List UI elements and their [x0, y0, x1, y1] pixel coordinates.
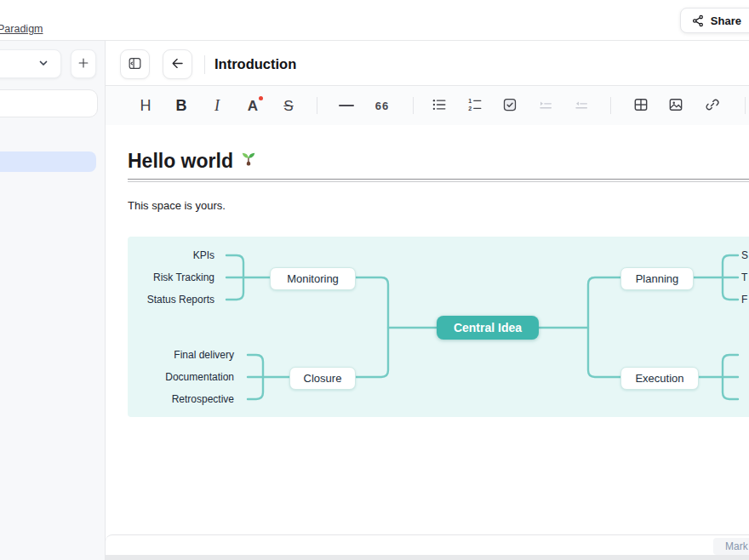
new-doc-button[interactable]	[71, 49, 96, 78]
toolbar-divider	[317, 97, 317, 114]
doc-title: Introduction	[214, 56, 296, 72]
sidebar	[0, 41, 106, 560]
numbered-list-icon: 1 2	[466, 96, 483, 116]
bold-icon: B	[176, 98, 187, 113]
strikethrough-icon: S	[283, 99, 293, 113]
toolbar-divider	[610, 97, 611, 114]
mindmap-block[interactable]: Monitoring Closure Central Idea Planning…	[128, 237, 749, 417]
quick-search-input[interactable]	[0, 89, 98, 117]
mindmap-node-closure[interactable]: Closure	[289, 367, 356, 390]
outdent-icon	[573, 96, 590, 116]
image-button[interactable]	[662, 92, 689, 119]
horizontal-rule-icon	[339, 105, 354, 106]
share-label: Share	[711, 14, 741, 27]
checkbox-checked-icon	[501, 96, 518, 116]
back-button[interactable]	[163, 49, 192, 79]
arrow-left-icon	[169, 55, 186, 74]
text-color-icon: A	[248, 99, 258, 113]
divider-block[interactable]	[128, 179, 749, 182]
table-icon	[632, 96, 649, 116]
mindmap-node-execution[interactable]: Execution	[620, 367, 699, 390]
page-title-text: Hello world	[128, 150, 233, 173]
strikethrough-button[interactable]: S	[275, 92, 302, 119]
toolbar-divider	[745, 97, 746, 114]
mindmap-leaf[interactable]: Retrospective	[172, 392, 234, 406]
mindmap-leaf[interactable]: S	[741, 249, 748, 262]
indent-button[interactable]	[532, 92, 559, 119]
bottom-bar: Mark	[106, 534, 749, 556]
indent-icon	[537, 96, 554, 116]
mindmap-leaf[interactable]: Final delivery	[174, 348, 234, 362]
mindmap-leaf[interactable]: Documentation	[165, 370, 234, 384]
mindmap-leaf[interactable]: T	[741, 271, 747, 284]
main-panel: Introduction H B I A S 66 1 2	[106, 41, 749, 560]
toolbar-divider	[413, 97, 414, 114]
color-dot	[259, 96, 263, 100]
divider-block-button[interactable]	[333, 92, 360, 119]
share-icon	[691, 14, 706, 28]
quote-icon: 66	[375, 100, 389, 112]
doc-header: Introduction	[106, 41, 749, 85]
svg-text:2: 2	[468, 105, 472, 111]
formatting-toolbar: H B I A S 66 1 2	[106, 85, 749, 126]
heading-icon: H	[140, 98, 152, 113]
markdown-button[interactable]: Mark	[713, 538, 749, 555]
numbered-list-button[interactable]: 1 2	[461, 92, 489, 119]
editor-canvas[interactable]: Hello world This space is yours.	[106, 125, 749, 534]
italic-button[interactable]: I	[203, 92, 231, 119]
mindmap-node-planning[interactable]: Planning	[620, 267, 694, 290]
header-divider	[204, 55, 205, 74]
mindmap-leaf[interactable]: KPIs	[193, 249, 214, 262]
bullet-list-button[interactable]	[426, 92, 453, 119]
mindmap-leaf[interactable]: Risk Tracking	[153, 271, 214, 284]
window-edge	[106, 555, 749, 560]
italic-icon: I	[214, 98, 220, 113]
sidebar-toggle-button[interactable]	[120, 49, 150, 79]
chevron-down-icon	[37, 57, 49, 71]
table-button[interactable]	[627, 92, 655, 119]
bold-button[interactable]: B	[168, 92, 195, 119]
page-title[interactable]: Hello world	[128, 149, 258, 173]
link-button[interactable]	[699, 92, 726, 119]
heading-button[interactable]: H	[132, 92, 159, 119]
image-icon	[667, 96, 684, 116]
quote-button[interactable]: 66	[369, 92, 396, 119]
todo-list-button[interactable]	[496, 92, 523, 119]
mindmap-leaf[interactable]: Status Reports	[147, 293, 214, 306]
share-button[interactable]: Share	[680, 8, 749, 33]
panel-left-icon	[127, 55, 143, 74]
outdent-button[interactable]	[568, 92, 595, 119]
svg-text:1: 1	[468, 97, 472, 104]
mindmap-leaf[interactable]: F	[741, 293, 747, 306]
workspace-selector[interactable]	[0, 49, 61, 78]
link-icon	[704, 96, 721, 116]
paragraph[interactable]: This space is yours.	[128, 199, 226, 212]
plus-icon	[76, 55, 91, 73]
text-color-button[interactable]: A	[239, 92, 266, 119]
sidebar-item-active[interactable]	[0, 151, 96, 172]
bullet-list-icon	[431, 96, 448, 116]
mindmap-node-monitoring[interactable]: Monitoring	[270, 267, 356, 290]
top-bar: Paradigm Share	[0, 0, 749, 41]
mindmap-node-central[interactable]: Central Idea	[437, 316, 539, 340]
breadcrumb-link[interactable]: Paradigm	[0, 23, 43, 35]
seedling-emoji	[239, 149, 258, 173]
